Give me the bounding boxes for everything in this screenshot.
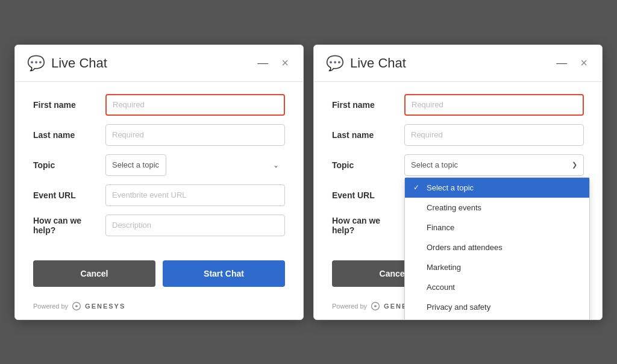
topic-select-wrapper-1: Select a topic ⌄ — [105, 154, 285, 176]
dropdown-option-select-topic[interactable]: ✓ Select a topic — [405, 178, 589, 198]
event-url-row-1: Event URL — [33, 184, 285, 206]
help-label-1: How can we help? — [33, 216, 105, 235]
widget-body-1: First name Last name Topic Select a topi… — [15, 82, 303, 257]
last-name-input-2[interactable] — [404, 124, 584, 146]
topic-trigger-2[interactable]: Select a topic ❯ — [404, 154, 584, 176]
chat-widget-2: 💬 Live Chat — × First name Last name Top… — [313, 45, 603, 320]
topic-dropdown-2: Select a topic ❯ ✓ Select a topic Creati… — [404, 154, 584, 176]
topic-select-1[interactable]: Select a topic — [105, 154, 166, 176]
topic-label-2: Topic — [332, 160, 404, 170]
last-name-label-2: Last name — [332, 130, 404, 140]
start-chat-button-1[interactable]: Start Chat — [163, 260, 285, 287]
close-button-1[interactable]: × — [279, 55, 291, 71]
dropdown-option-orders[interactable]: Orders and attendees — [405, 237, 589, 257]
genesys-icon-1 — [72, 301, 81, 311]
minimize-button-1[interactable]: — — [255, 55, 271, 71]
event-url-input-1[interactable] — [105, 184, 285, 206]
event-url-label-1: Event URL — [33, 190, 105, 200]
widget-header-2: 💬 Live Chat — × — [314, 45, 602, 82]
first-name-row-2: First name — [332, 94, 584, 116]
dropdown-option-finance[interactable]: Finance — [405, 218, 589, 237]
first-name-label-2: First name — [332, 100, 404, 110]
chat-icon-2: 💬 — [326, 55, 344, 72]
last-name-label-1: Last name — [33, 130, 105, 140]
cancel-button-1[interactable]: Cancel — [33, 260, 155, 287]
widget-title-1: Live Chat — [51, 55, 255, 71]
chat-widget-1: 💬 Live Chat — × First name Last name Top… — [14, 45, 304, 320]
chevron-down-icon-1: ⌄ — [273, 161, 279, 169]
topic-dropdown-menu-2: ✓ Select a topic Creating events Finance — [404, 177, 590, 320]
dropdown-option-privacy[interactable]: Privacy and safety — [405, 297, 589, 317]
help-row-1: How can we help? — [33, 215, 285, 236]
dropdown-option-none[interactable]: None of these — [405, 317, 589, 320]
widget-footer-1: Cancel Start Chat — [15, 257, 303, 297]
minimize-button-2[interactable]: — — [554, 55, 569, 71]
widget-body-2: First name Last name Topic Select a topi… — [314, 82, 602, 257]
genesys-brand-1: GENESYS — [85, 303, 125, 310]
dropdown-option-account[interactable]: Account — [405, 277, 589, 297]
checkmark-icon: ✓ — [413, 183, 422, 192]
header-controls-1: — × — [255, 55, 291, 71]
topic-row-1: Topic Select a topic ⌄ — [33, 154, 285, 176]
chat-icon-1: 💬 — [27, 55, 45, 72]
dropdown-option-creating-events[interactable]: Creating events — [405, 198, 589, 218]
header-controls-2: — × — [554, 55, 590, 71]
help-input-1[interactable] — [105, 215, 285, 236]
help-label-2: How can we help? — [332, 216, 404, 235]
last-name-row-1: Last name — [33, 124, 285, 146]
widget-title-2: Live Chat — [350, 55, 554, 71]
powered-by-1: Powered by GENESYS — [15, 297, 303, 319]
first-name-input-2[interactable] — [404, 94, 584, 116]
first-name-label-1: First name — [33, 100, 105, 110]
last-name-row-2: Last name — [332, 124, 584, 146]
last-name-input-1[interactable] — [105, 124, 285, 146]
chevron-right-icon-2: ❯ — [572, 161, 577, 169]
event-url-label-2: Event URL — [332, 190, 404, 200]
first-name-row-1: First name — [33, 94, 285, 116]
close-button-2[interactable]: × — [578, 55, 590, 71]
genesys-icon-2 — [371, 301, 380, 311]
topic-row-2: Topic Select a topic ❯ ✓ Select a topic — [332, 154, 584, 176]
topic-label-1: Topic — [33, 160, 105, 170]
first-name-input-1[interactable] — [105, 94, 285, 116]
dropdown-option-marketing[interactable]: Marketing — [405, 257, 589, 277]
widget-header-1: 💬 Live Chat — × — [15, 45, 303, 82]
